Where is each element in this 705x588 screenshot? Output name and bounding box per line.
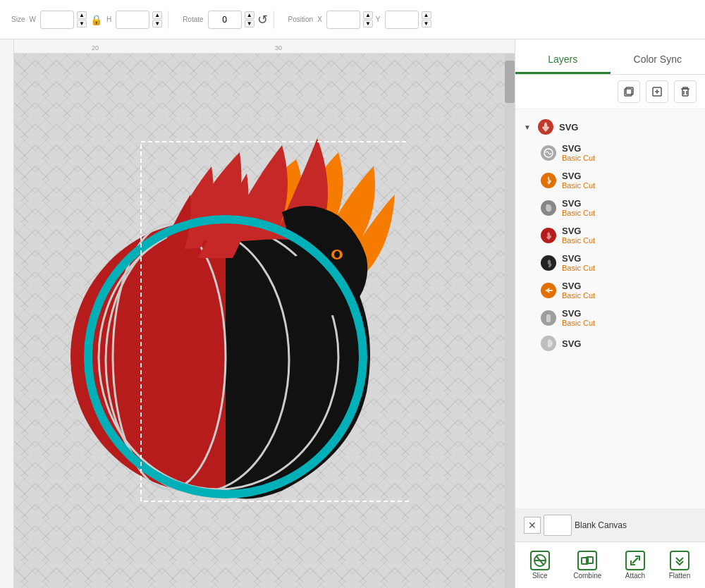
layer-child-3-color bbox=[541, 200, 556, 216]
rotate-input[interactable] bbox=[208, 11, 242, 29]
layer-child-1-name: SVG bbox=[562, 143, 595, 154]
flatten-icon bbox=[670, 551, 689, 570]
x-down-arrow[interactable]: ▼ bbox=[363, 20, 373, 27]
rotate-label: Rotate bbox=[183, 16, 203, 23]
layer-child-8-info: SVG bbox=[562, 338, 581, 349]
x-label: X bbox=[317, 16, 322, 23]
rotate-icon[interactable]: ↺ bbox=[257, 12, 268, 27]
toolbar-position-group: Position X ▲ ▼ Y ▲ ▼ bbox=[283, 11, 437, 29]
layer-child-7-name: SVG bbox=[562, 308, 595, 319]
slice-icon bbox=[530, 551, 550, 570]
main-area: 20 30 bbox=[0, 39, 705, 588]
rotate-up-arrow[interactable]: ▲ bbox=[245, 11, 255, 19]
blank-canvas-label: Blank Canvas bbox=[575, 520, 627, 530]
x-up-arrow[interactable]: ▲ bbox=[363, 11, 373, 19]
y-down-arrow[interactable]: ▼ bbox=[422, 20, 431, 27]
x-input[interactable] bbox=[326, 11, 360, 29]
layer-child-2-sub: Basic Cut bbox=[562, 181, 595, 190]
layer-child-3-name: SVG bbox=[562, 198, 595, 209]
svg-rect-18 bbox=[546, 314, 551, 322]
layer-child-4-name: SVG bbox=[562, 226, 595, 236]
y-up-arrow[interactable]: ▲ bbox=[422, 11, 431, 19]
canvas-artwork[interactable] bbox=[42, 96, 451, 547]
slice-label: Slice bbox=[532, 572, 548, 580]
y-input[interactable] bbox=[385, 11, 419, 29]
layer-child-7[interactable]: SVG Basic Cut bbox=[515, 304, 705, 331]
height-up-arrow[interactable]: ▲ bbox=[152, 11, 162, 19]
right-panel: Layers Color Sync ▼ SVG bbox=[515, 39, 705, 588]
lock-proportions-icon[interactable]: 🔒 bbox=[90, 13, 104, 27]
combine-label: Combine bbox=[573, 572, 601, 580]
attach-label: Attach bbox=[625, 572, 645, 580]
blank-canvas-preview bbox=[544, 515, 572, 536]
height-spinner[interactable]: ▲ ▼ bbox=[152, 11, 162, 27]
attach-button[interactable]: Attach bbox=[620, 548, 651, 582]
layer-child-6-name: SVG bbox=[562, 281, 595, 291]
layer-child-8-color bbox=[541, 336, 556, 351]
layer-parent-name: SVG bbox=[559, 122, 578, 133]
delete-layer-button[interactable] bbox=[674, 80, 697, 103]
layer-child-1-info: SVG Basic Cut bbox=[562, 143, 595, 162]
canvas-area[interactable]: 20 30 bbox=[0, 39, 515, 588]
layer-child-1-color bbox=[541, 145, 556, 161]
layer-child-3-info: SVG Basic Cut bbox=[562, 198, 595, 217]
duplicate-layer-button[interactable] bbox=[618, 80, 640, 103]
layer-child-4[interactable]: SVG Basic Cut bbox=[515, 221, 705, 249]
ruler-mark-20: 20 bbox=[92, 44, 99, 51]
layer-child-4-sub: Basic Cut bbox=[562, 236, 595, 245]
position-label: Position bbox=[288, 16, 314, 23]
combine-button[interactable]: Combine bbox=[568, 548, 607, 582]
tab-layers[interactable]: Layers bbox=[515, 45, 611, 74]
w-label: W bbox=[29, 16, 35, 23]
layer-child-6[interactable]: SVG Basic Cut bbox=[515, 276, 705, 304]
blank-canvas-strip[interactable]: ✕ Blank Canvas bbox=[515, 508, 705, 541]
layer-child-8[interactable]: SVG bbox=[515, 331, 705, 355]
layer-child-5-info: SVG Basic Cut bbox=[562, 253, 595, 272]
layer-child-7-info: SVG Basic Cut bbox=[562, 308, 595, 327]
layer-child-1[interactable]: SVG Basic Cut bbox=[515, 139, 705, 166]
svg-line-24 bbox=[634, 559, 637, 562]
toolbar-rotate-group: Rotate ▲ ▼ ↺ bbox=[177, 11, 274, 29]
ruler-mark-30: 30 bbox=[275, 44, 282, 51]
svg-rect-14 bbox=[682, 89, 688, 96]
height-input[interactable] bbox=[116, 11, 149, 29]
add-layer-button[interactable] bbox=[646, 80, 668, 103]
x-spinner[interactable]: ▲ ▼ bbox=[363, 11, 373, 27]
height-down-arrow[interactable]: ▼ bbox=[152, 20, 162, 27]
layers-list: ▼ SVG SVG Basic Cut bbox=[515, 109, 705, 508]
ruler-horizontal: 20 30 bbox=[0, 39, 515, 54]
layer-parent-svg[interactable]: ▼ SVG bbox=[515, 115, 705, 139]
layer-child-2-info: SVG Basic Cut bbox=[562, 171, 595, 190]
layer-child-5-sub: Basic Cut bbox=[562, 264, 595, 272]
width-up-arrow[interactable]: ▲ bbox=[77, 11, 87, 19]
chevron-down-icon: ▼ bbox=[524, 123, 532, 131]
width-down-arrow[interactable]: ▼ bbox=[77, 20, 87, 27]
layer-child-3[interactable]: SVG Basic Cut bbox=[515, 194, 705, 221]
layer-child-2-name: SVG bbox=[562, 171, 595, 181]
tab-color-sync[interactable]: Color Sync bbox=[611, 45, 706, 74]
layer-child-6-sub: Basic Cut bbox=[562, 291, 595, 300]
layer-child-3-sub: Basic Cut bbox=[562, 209, 595, 217]
layer-child-7-sub: Basic Cut bbox=[562, 319, 595, 327]
blank-canvas-checkbox[interactable]: ✕ bbox=[524, 517, 541, 534]
layer-child-2-color bbox=[541, 173, 556, 188]
panel-toolbar bbox=[515, 75, 705, 109]
rotate-down-arrow[interactable]: ▼ bbox=[245, 20, 255, 27]
layer-child-5-color bbox=[541, 255, 556, 271]
layer-child-4-color bbox=[541, 228, 556, 243]
layer-child-7-color bbox=[541, 310, 556, 326]
width-input[interactable] bbox=[40, 11, 74, 29]
flatten-button[interactable]: Flatten bbox=[663, 548, 697, 582]
layer-child-1-sub: Basic Cut bbox=[562, 154, 595, 162]
y-spinner[interactable]: ▲ ▼ bbox=[422, 11, 431, 27]
rotate-spinner[interactable]: ▲ ▼ bbox=[245, 11, 255, 27]
layer-child-2[interactable]: SVG Basic Cut bbox=[515, 166, 705, 194]
width-spinner[interactable]: ▲ ▼ bbox=[77, 11, 87, 27]
attach-icon bbox=[625, 551, 645, 570]
vertical-scrollbar[interactable] bbox=[505, 54, 515, 588]
scrollbar-thumb[interactable] bbox=[505, 61, 515, 103]
layer-child-4-info: SVG Basic Cut bbox=[562, 226, 595, 245]
h-label: H bbox=[106, 16, 111, 23]
slice-button[interactable]: Slice bbox=[525, 548, 556, 582]
layer-child-5[interactable]: SVG Basic Cut bbox=[515, 249, 705, 276]
